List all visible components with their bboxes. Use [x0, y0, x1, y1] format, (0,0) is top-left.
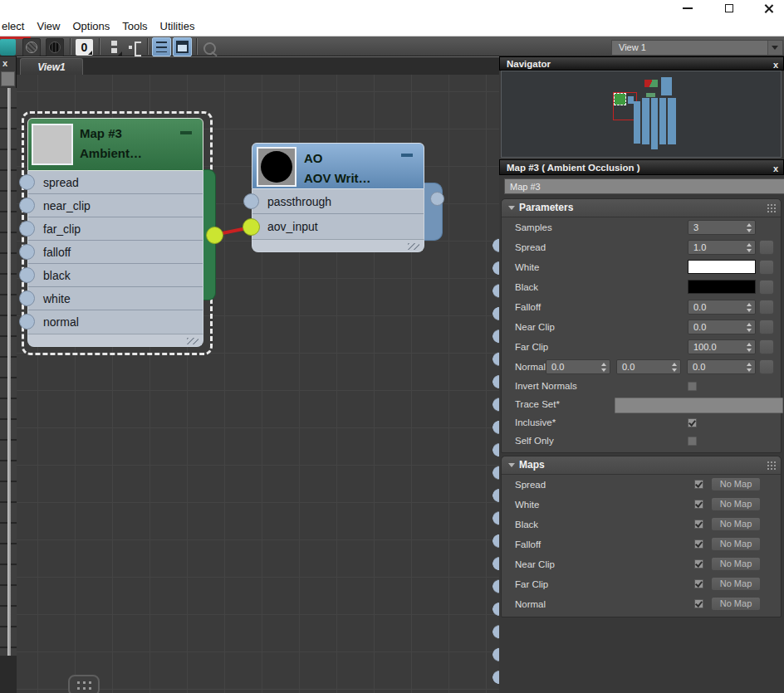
maps-rollout-header[interactable]: Maps	[502, 456, 781, 475]
map-shortcut-button[interactable]	[759, 260, 774, 275]
map-enable-checkbox[interactable]	[694, 559, 703, 569]
left-panel-close-button[interactable]: x	[2, 58, 7, 68]
connector-layout-icon[interactable]	[126, 38, 145, 56]
no-map-button[interactable]: No Map	[711, 537, 761, 551]
up-arrow-icon[interactable]	[601, 363, 606, 366]
material-sphere-icon[interactable]	[0, 39, 16, 56]
input-socket[interactable]	[19, 174, 35, 190]
samples-spinner[interactable]: 3	[688, 220, 756, 235]
far-clip-spinner[interactable]: 100.0	[688, 339, 756, 354]
up-arrow-icon[interactable]	[747, 323, 752, 326]
down-arrow-icon[interactable]	[747, 349, 752, 352]
rollout-collapse-icon[interactable]	[508, 463, 515, 467]
collapse-node-button[interactable]	[401, 154, 413, 157]
down-arrow-icon[interactable]	[747, 249, 752, 252]
near-clip-spinner[interactable]: 0.0	[688, 320, 756, 334]
navigator-close-button[interactable]: x	[773, 58, 778, 71]
map-enable-checkbox[interactable]	[694, 520, 703, 529]
input-row-black[interactable]: black	[28, 264, 203, 287]
input-socket[interactable]	[19, 290, 35, 306]
input-row-falloff[interactable]: falloff	[28, 241, 203, 264]
minimize-window-button[interactable]	[675, 0, 700, 17]
no-map-button[interactable]: No Map	[711, 477, 761, 491]
input-socket[interactable]	[243, 193, 259, 209]
input-row-normal[interactable]: normal	[28, 310, 203, 334]
navigator-minimap[interactable]	[501, 71, 782, 158]
parameter-panel-header[interactable]: Map #3 ( Ambient Occlusion ) x	[499, 159, 784, 175]
no-map-button[interactable]: No Map	[711, 597, 761, 611]
spinner-arrows[interactable]	[744, 343, 755, 352]
hatched-circle-icon[interactable]	[22, 38, 41, 56]
map3-output-socket[interactable]	[206, 227, 223, 244]
input-socket[interactable]	[19, 267, 35, 283]
input-row-spread[interactable]: spread	[28, 171, 203, 194]
drag-handle-icon[interactable]	[767, 461, 777, 471]
normal-y-spinner[interactable]: 0.0	[616, 359, 681, 374]
tab-view1[interactable]: View1	[20, 58, 83, 76]
map-enable-checkbox[interactable]	[694, 579, 703, 588]
map-enable-checkbox[interactable]	[694, 539, 703, 549]
up-arrow-icon[interactable]	[747, 363, 752, 366]
up-arrow-icon[interactable]	[747, 303, 752, 306]
map3-node[interactable]: Map #3 Ambient… spread near_clip far_cli…	[27, 118, 203, 347]
material-name-field[interactable]	[504, 178, 784, 194]
falloff-spinner[interactable]: 0.0	[688, 300, 756, 315]
up-arrow-icon[interactable]	[747, 243, 752, 246]
collapse-node-button[interactable]	[180, 131, 192, 134]
menu-tools[interactable]: Tools	[122, 20, 147, 32]
show-panel-button[interactable]	[173, 37, 192, 56]
down-arrow-icon[interactable]	[601, 368, 606, 372]
spinner-arrows[interactable]	[744, 363, 755, 372]
map-shortcut-button[interactable]	[759, 359, 774, 374]
invert-normals-checkbox[interactable]	[688, 382, 697, 391]
parameter-panel-close-button[interactable]: x	[773, 161, 778, 176]
down-arrow-icon[interactable]	[747, 368, 752, 372]
no-map-button[interactable]: No Map	[711, 557, 761, 571]
spread-spinner[interactable]: 1.0	[688, 240, 756, 255]
drag-handle-icon[interactable]	[767, 203, 777, 213]
map-shortcut-button[interactable]	[759, 339, 774, 354]
down-arrow-icon[interactable]	[747, 309, 752, 312]
input-socket[interactable]	[19, 244, 35, 260]
spinner-arrows[interactable]	[744, 303, 755, 312]
map-enable-checkbox[interactable]	[694, 500, 703, 509]
trace-set-field[interactable]	[615, 398, 783, 413]
input-socket[interactable]	[19, 198, 35, 213]
no-map-button[interactable]: No Map	[711, 497, 761, 511]
normal-x-spinner[interactable]: 0.0	[546, 359, 610, 374]
inclusive-checkbox[interactable]	[688, 418, 697, 427]
ao-node-header[interactable]: AO AOV Writ…	[252, 143, 424, 189]
self-only-checkbox[interactable]	[688, 437, 697, 446]
parameters-rollout-header[interactable]: Parameters	[502, 199, 781, 217]
menu-utilities[interactable]: Utilities	[160, 20, 195, 32]
spinner-arrows[interactable]	[744, 223, 755, 232]
maximize-window-button[interactable]	[717, 0, 742, 17]
input-socket[interactable]	[19, 221, 35, 237]
map-shortcut-button[interactable]	[759, 320, 774, 334]
chevron-down-icon[interactable]	[767, 41, 782, 55]
down-arrow-icon[interactable]	[747, 329, 752, 332]
left-scrollbar-thumb[interactable]	[7, 88, 11, 656]
input-row-passthrough[interactable]: passthrough	[252, 189, 424, 214]
rollout-collapse-icon[interactable]	[508, 206, 515, 210]
menu-options[interactable]: Options	[72, 20, 110, 32]
black-color-swatch[interactable]	[688, 280, 756, 294]
no-map-button[interactable]: No Map	[711, 577, 761, 591]
map-enable-checkbox[interactable]	[694, 480, 703, 489]
resize-handle[interactable]	[187, 338, 198, 344]
resize-handle[interactable]	[408, 243, 419, 250]
white-color-swatch[interactable]	[688, 260, 756, 274]
up-arrow-icon[interactable]	[747, 343, 752, 346]
no-map-button[interactable]: No Map	[711, 517, 761, 531]
map3-node-header[interactable]: Map #3 Ambient…	[27, 118, 203, 171]
menu-view[interactable]: View	[37, 20, 60, 32]
node-stack-icon[interactable]	[105, 38, 123, 56]
navigator-header[interactable]: Navigator x	[499, 56, 784, 71]
map-shortcut-button[interactable]	[759, 280, 774, 295]
input-row-white[interactable]: white	[28, 287, 203, 310]
connected-input-socket[interactable]	[243, 218, 260, 236]
show-parameter-list-button[interactable]	[152, 37, 171, 56]
down-arrow-icon[interactable]	[672, 368, 677, 372]
menu-select[interactable]: elect	[2, 20, 24, 32]
view-selector-dropdown[interactable]: View 1	[611, 40, 783, 56]
